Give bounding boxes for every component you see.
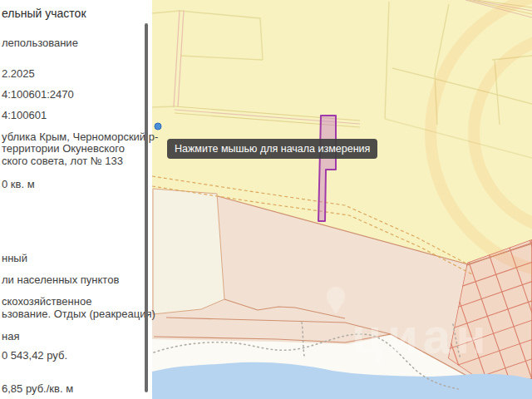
cadastral-quarter-value: 4:100601 [2, 109, 47, 121]
parcel-date-value: 2.2025 [2, 67, 35, 80]
parcel-kind-value: лепользование [2, 37, 78, 49]
ownership-value: ная [2, 330, 19, 342]
marker-dot[interactable] [155, 123, 161, 130]
measurement-tooltip: Нажмите мышью для начала измерения [167, 139, 377, 159]
cadastral-number-value: 4:100601:2470 [2, 88, 74, 101]
panel-scrollbar[interactable] [145, 23, 148, 392]
address-line: ублика Крым, Черноморский р- [2, 131, 158, 143]
watermark-text: циан [352, 308, 490, 364]
cadastral-cost-value: 0 543,42 руб. [2, 349, 67, 362]
address-line: территории Окуневского [2, 142, 125, 155]
parcel-white [153, 189, 224, 314]
info-panel: ельный участок лепользование 2.2025 4:10… [0, 0, 152, 399]
unit-cost-value: 6,85 руб./кв. м [2, 382, 73, 395]
cadastral-map-app: ельный участок лепользование 2.2025 4:10… [0, 0, 532, 399]
land-category-value: ли населенных пунктов [2, 273, 119, 286]
status-value: нный [2, 252, 27, 264]
permitted-use-line: скохозяйственное [2, 295, 91, 308]
address-line: ского совета, лот № 133 [2, 155, 123, 167]
map-svg[interactable]: циан [152, 0, 532, 399]
parcel-type-label: ельный участок [2, 7, 86, 20]
area-value: 0 кв. м [2, 178, 35, 190]
permitted-use-line: ьзование. Отдых (реакреация) [2, 308, 155, 320]
map-canvas[interactable]: циан [152, 0, 532, 399]
